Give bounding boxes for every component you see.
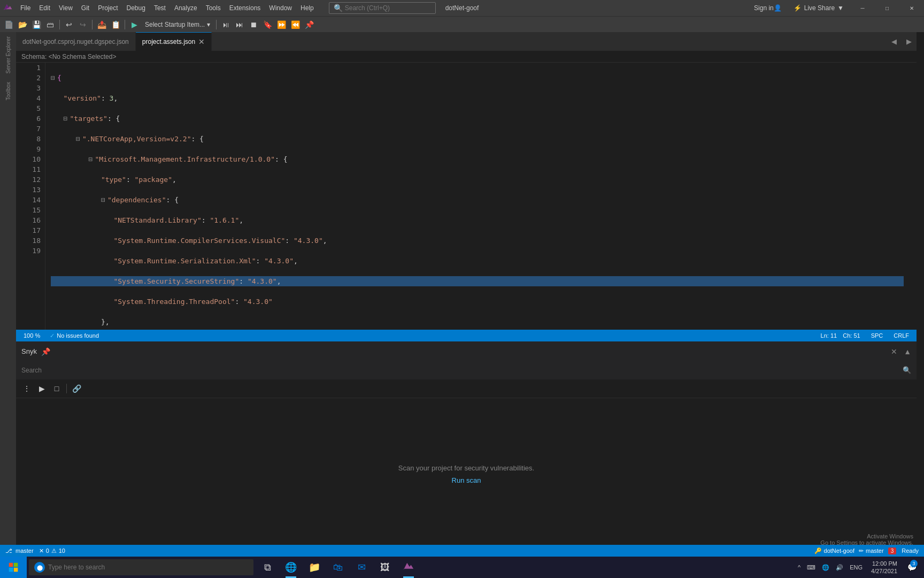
new-project-btn[interactable]: 📄 [2, 18, 15, 31]
taskbar-right: ^ ⌨ 🌐 🔊 ENG 12:00 PM 4/27/2021 💬 3 [796, 557, 924, 578]
snyk-search-icon[interactable]: 🔍 [903, 366, 911, 374]
taskbar-search[interactable]: ⬤ [29, 559, 253, 575]
open-btn[interactable]: 📂 [16, 18, 29, 31]
tab-scroll-left[interactable]: ◀ [887, 32, 902, 51]
snyk-pin-icon[interactable]: 📌 [41, 347, 50, 356]
tab-active[interactable]: project.assets.json ✕ [136, 32, 212, 51]
menu-window[interactable]: Window [265, 0, 296, 16]
debug-btn6[interactable]: ⏪ [289, 18, 302, 31]
redo-btn[interactable]: ↪ [76, 18, 89, 31]
snyk-run-btn[interactable]: ▶ [35, 382, 48, 395]
minimize-button[interactable]: ─ [850, 0, 875, 16]
notification-badge-status[interactable]: 3 [888, 547, 897, 554]
menu-git[interactable]: Git [77, 0, 94, 16]
line-num-14: 14 [20, 195, 41, 205]
language-label[interactable]: ENG [848, 564, 865, 571]
snyk-header-close[interactable]: ✕ [891, 347, 897, 356]
taskbar-store[interactable]: 🛍 [326, 557, 350, 578]
time-label: 12:00 PM [872, 560, 897, 567]
title-right-actions: Sign in 👤 ⚡ Live Share ▼ ─ □ ✕ [749, 0, 924, 16]
zoom-level[interactable]: 100 % [21, 332, 42, 339]
project-name-status[interactable]: 🔑 dotNet-goof [814, 547, 854, 554]
menu-edit[interactable]: Edit [35, 0, 55, 16]
notification-button[interactable]: 💬 3 [904, 557, 920, 578]
debug-btn7[interactable]: 📌 [303, 18, 315, 31]
code-line-8: "NETStandard.Library": "1.6.1", [51, 215, 904, 225]
menu-file[interactable]: File [16, 0, 35, 16]
taskbar-explorer[interactable]: 📁 [303, 557, 326, 578]
taskbar-photos[interactable]: 🖼 [373, 557, 397, 578]
taskbar-task-view[interactable]: ⧉ [256, 557, 279, 578]
menu-tools[interactable]: Tools [202, 0, 225, 16]
no-issues[interactable]: ✓ No issues found [48, 332, 101, 339]
snyk-link-btn[interactable]: 🔗 [70, 382, 83, 395]
close-button[interactable]: ✕ [899, 0, 924, 16]
menu-extensions[interactable]: Extensions [225, 0, 265, 16]
live-share-button[interactable]: ⚡ Live Share ▼ [787, 4, 850, 12]
taskbar-search-input[interactable] [48, 564, 241, 571]
maximize-button[interactable]: □ [875, 0, 899, 16]
title-search[interactable]: 🔍 [329, 2, 436, 14]
menu-view[interactable]: View [55, 0, 77, 16]
debug-btn2[interactable]: ⏭ [233, 18, 246, 31]
code-content[interactable]: ⊟{ "version": 3, ⊟"targets": { ⊟".NETCor… [45, 63, 909, 330]
ln-ch-info[interactable]: Ln: 11 Ch: 51 [819, 332, 863, 339]
snyk-chevron[interactable]: ▲ [904, 347, 911, 356]
run-button[interactable]: ▶ [128, 18, 141, 31]
debug-btn4[interactable]: 🔖 [261, 18, 274, 31]
undo-btn[interactable]: ↩ [63, 18, 75, 31]
master-branch-status[interactable]: ✏ master [859, 547, 884, 554]
server-explorer-label[interactable]: Server Explorer [5, 32, 11, 78]
tab-scroll-right[interactable]: ▶ [902, 32, 917, 51]
snyk-more-btn[interactable]: ⋮ [20, 382, 33, 395]
taskbar-vs[interactable] [397, 557, 420, 578]
line-ending-info[interactable]: CRLF [891, 332, 911, 339]
menu-help[interactable]: Help [296, 0, 318, 16]
tab-inactive[interactable]: dotNet-goof.csproj.nuget.dgspec.json [16, 32, 136, 51]
search-input[interactable] [345, 4, 420, 12]
show-hidden-icons[interactable]: ^ [796, 564, 803, 571]
line-num-5: 5 [20, 103, 41, 113]
tab-close-icon[interactable]: ✕ [198, 37, 205, 46]
format-btn[interactable]: 📋 [109, 18, 122, 31]
save-all-btn[interactable]: 🗃 [44, 18, 57, 31]
snyk-right-scrollbar[interactable] [917, 32, 924, 550]
code-line-7: ⊟"dependencies": { [51, 195, 904, 205]
toolbox-label[interactable]: Toolbox [5, 78, 11, 104]
debug-btn1[interactable]: ⏯ [219, 18, 232, 31]
git-branch[interactable]: ⎇ master [5, 547, 34, 554]
snyk-search-input[interactable] [21, 367, 903, 374]
notification-badge: 3 [910, 560, 918, 567]
menu-analyze[interactable]: Analyze [170, 0, 202, 16]
save-btn[interactable]: 💾 [30, 18, 43, 31]
ready-label-container: Ready [902, 547, 919, 554]
menu-debug[interactable]: Debug [122, 0, 150, 16]
keyboard-icon[interactable]: ⌨ [805, 564, 818, 571]
sign-in-button[interactable]: Sign in 👤 [749, 4, 787, 12]
network-icon[interactable]: 🌐 [820, 564, 831, 571]
line-num-7: 7 [20, 124, 41, 134]
start-button[interactable] [0, 557, 27, 578]
debug-btn5[interactable]: ⏩ [275, 18, 288, 31]
menu-test[interactable]: Test [150, 0, 170, 16]
run-scan-link[interactable]: Run scan [452, 476, 481, 484]
snyk-toolbar: ⋮ ▶ □ 🔗 [16, 379, 917, 398]
store-icon: 🛍 [333, 562, 343, 573]
tab-active-label: project.assets.json [142, 38, 195, 45]
minimap-scrollbar[interactable] [909, 63, 917, 330]
branch-icon2: ✏ [859, 547, 864, 554]
taskbar-mail[interactable]: ✉ [350, 557, 373, 578]
errors-count[interactable]: ✕ 0 ⚠ 10 [39, 547, 65, 554]
time-date-block[interactable]: 12:00 PM 4/27/2021 [867, 560, 902, 575]
line-num-16: 16 [20, 215, 41, 225]
snyk-stop-btn[interactable]: □ [50, 382, 63, 395]
taskbar-edge[interactable]: 🌐 [279, 557, 303, 578]
encoding-info[interactable]: SPC [869, 332, 886, 339]
volume-icon[interactable]: 🔊 [834, 564, 845, 571]
project-label: dotNet-goof [824, 547, 854, 554]
startup-item-dropdown[interactable]: Select Startup Item... ▾ [142, 18, 213, 31]
tab-inactive-label: dotNet-goof.csproj.nuget.dgspec.json [22, 38, 129, 45]
publish-btn[interactable]: 📤 [95, 18, 108, 31]
debug-btn3[interactable]: ⏹ [247, 18, 260, 31]
menu-project[interactable]: Project [94, 0, 122, 16]
